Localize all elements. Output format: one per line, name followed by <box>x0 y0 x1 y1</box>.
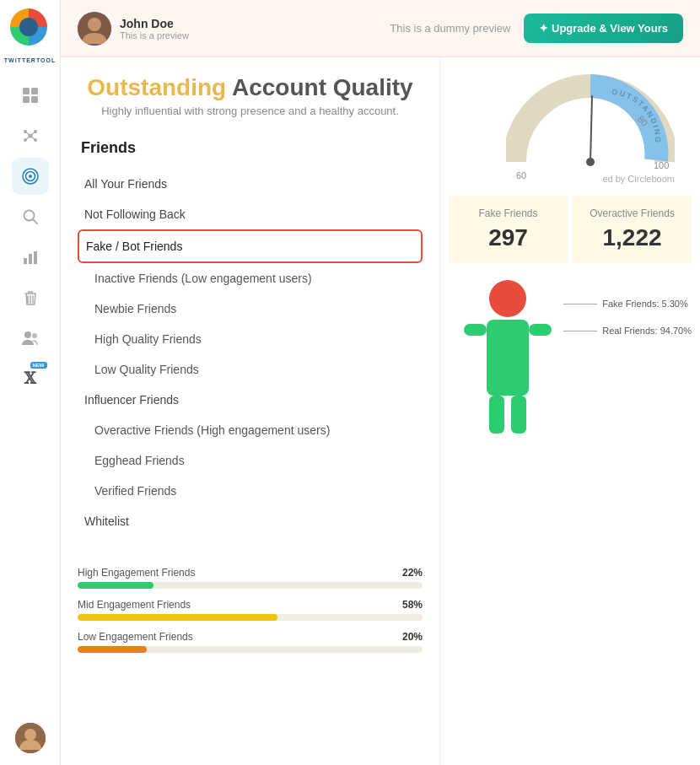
gauge-label-100: 100 <box>654 160 669 170</box>
sidebar-item-x[interactable]: 𝕏 NEW <box>12 360 49 397</box>
fake-friends-value: 297 <box>466 224 551 251</box>
upgrade-button[interactable]: ✦ Upgrade & View Yours <box>524 13 683 43</box>
overactive-friends-card: Overactive Friends 1,222 <box>573 196 692 263</box>
engagement-low-bar-bg <box>78 646 423 653</box>
svg-rect-20 <box>34 251 37 264</box>
svg-point-24 <box>24 729 36 741</box>
sidebar-nav: 𝕏 NEW <box>12 77 49 723</box>
svg-rect-36 <box>511 396 526 434</box>
sidebar-item-delete[interactable] <box>12 279 49 316</box>
svg-rect-2 <box>23 96 30 103</box>
svg-rect-3 <box>31 96 38 103</box>
svg-point-22 <box>32 333 37 338</box>
menu-item-fake-bot[interactable]: Fake / Bot Friends <box>78 229 423 263</box>
fake-friends-label: Fake Friends <box>466 207 551 219</box>
svg-line-28 <box>590 96 592 162</box>
svg-rect-32 <box>487 320 529 396</box>
gauge-svg: 60 80 100 OUTSTANDING <box>506 69 675 179</box>
user-avatar-sidebar[interactable] <box>15 723 46 753</box>
svg-rect-34 <box>529 324 552 336</box>
sidebar-item-chart[interactable] <box>12 239 49 276</box>
menu-item-whitelist[interactable]: Whitelist <box>78 506 423 536</box>
menu-item-high-quality[interactable]: High Quality Friends <box>78 324 423 354</box>
header-right: This is a dummy preview ✦ Upgrade & View… <box>390 13 683 43</box>
engagement-low-bar-fill <box>78 646 147 653</box>
engagement-section: High Engagement Friends 22% Mid Engageme… <box>61 558 439 671</box>
user-name: John Doe <box>120 17 189 30</box>
quality-subtitle: Highly influential with strong presence … <box>86 105 414 117</box>
sidebar-item-target[interactable] <box>12 158 49 195</box>
engagement-high-pct: 22% <box>402 567 423 579</box>
real-friends-pie-row: Real Friends: 94.70% <box>563 326 692 336</box>
engagement-mid-pct: 58% <box>402 599 423 611</box>
menu-item-all-friends[interactable]: All Your Friends <box>78 169 423 199</box>
svg-line-11 <box>25 136 30 140</box>
quality-outstanding: Outstanding <box>87 74 226 100</box>
engagement-low-pct: 20% <box>402 631 423 643</box>
sidebar-item-network[interactable] <box>12 117 49 154</box>
svg-point-15 <box>29 175 32 178</box>
engagement-high-bar-bg <box>78 582 423 589</box>
new-badge: NEW <box>30 362 47 369</box>
svg-point-31 <box>489 280 526 317</box>
svg-line-10 <box>30 132 35 136</box>
svg-rect-18 <box>24 258 27 264</box>
user-info: John Doe This is a preview <box>78 12 189 46</box>
engagement-mid-label: Mid Engagement Friends <box>78 599 191 611</box>
menu-item-overactive[interactable]: Overactive Friends (High engagement user… <box>78 415 423 445</box>
person-figure-area: Fake Friends: 5.30% Real Friends: 94.70% <box>440 273 700 442</box>
quality-title-rest: Account Quality <box>226 74 412 100</box>
svg-rect-19 <box>29 254 32 264</box>
sidebar-item-group[interactable] <box>12 320 49 357</box>
friends-menu-title: Friends <box>78 139 423 157</box>
sidebar-item-dashboard[interactable] <box>12 77 49 114</box>
quality-title: Outstanding Account Quality <box>86 74 414 101</box>
svg-line-12 <box>30 136 35 140</box>
logo <box>10 8 51 49</box>
svg-rect-0 <box>23 88 30 94</box>
quality-header: Outstanding Account Quality Highly influ… <box>61 57 439 126</box>
sidebar-item-search[interactable] <box>12 198 49 235</box>
menu-item-newbie[interactable]: Newbie Friends <box>78 294 423 324</box>
menu-item-egghead[interactable]: Egghead Friends <box>78 445 423 476</box>
engagement-mid-bar-bg <box>78 614 423 621</box>
main-content: John Doe This is a preview This is a dum… <box>61 0 700 765</box>
person-svg <box>449 273 567 442</box>
svg-point-29 <box>586 158 595 166</box>
user-preview: This is a preview <box>120 30 189 40</box>
fake-friends-pie-label: Fake Friends: 5.30% <box>602 299 688 309</box>
gauge-svg-wrapper: 60 80 100 OUTSTANDING <box>506 69 675 179</box>
gauge-label-60: 60 <box>516 170 526 179</box>
left-panel: Outstanding Account Quality Highly influ… <box>61 57 440 765</box>
engagement-high-bar-fill <box>78 582 153 589</box>
svg-rect-33 <box>464 324 487 336</box>
brand-name: TWITTERTOOL <box>4 57 56 63</box>
engagement-mid-bar-fill <box>78 614 277 621</box>
svg-point-26 <box>88 18 101 31</box>
user-avatar <box>78 12 111 46</box>
menu-item-inactive[interactable]: Inactive Friends (Low engagement users) <box>78 263 423 294</box>
engagement-row-low: Low Engagement Friends 20% <box>78 631 423 653</box>
svg-rect-35 <box>489 396 504 434</box>
engagement-row-mid: Mid Engagement Friends 58% <box>78 599 423 621</box>
menu-item-verified[interactable]: Verified Friends <box>78 476 423 506</box>
real-friends-pie-label: Real Friends: 94.70% <box>602 326 692 336</box>
svg-rect-1 <box>31 88 38 94</box>
pie-labels: Fake Friends: 5.30% Real Friends: 94.70% <box>563 299 692 336</box>
fake-friends-pie-row: Fake Friends: 5.30% <box>563 299 692 309</box>
user-text: John Doe This is a preview <box>120 17 189 40</box>
svg-point-21 <box>24 331 31 338</box>
menu-item-influencer[interactable]: Influencer Friends <box>78 385 423 415</box>
sidebar: TWITTERTOOL <box>0 0 61 765</box>
engagement-high-label: High Engagement Friends <box>78 567 195 579</box>
engagement-row-high: High Engagement Friends 22% <box>78 567 423 589</box>
engagement-low-label: Low Engagement Friends <box>78 631 193 643</box>
overactive-friends-label: Overactive Friends <box>590 207 675 219</box>
top-header: John Doe This is a preview This is a dum… <box>61 0 700 57</box>
dummy-preview-text: This is a dummy preview <box>390 22 510 35</box>
content-area: Outstanding Account Quality Highly influ… <box>61 57 700 765</box>
menu-item-low-quality[interactable]: Low Quality Friends <box>78 354 423 385</box>
friends-menu: Friends All Your Friends Not Following B… <box>61 126 439 550</box>
stats-row: Fake Friends 297 Overactive Friends 1,22… <box>449 196 692 263</box>
menu-item-not-following-back[interactable]: Not Following Back <box>78 199 423 229</box>
